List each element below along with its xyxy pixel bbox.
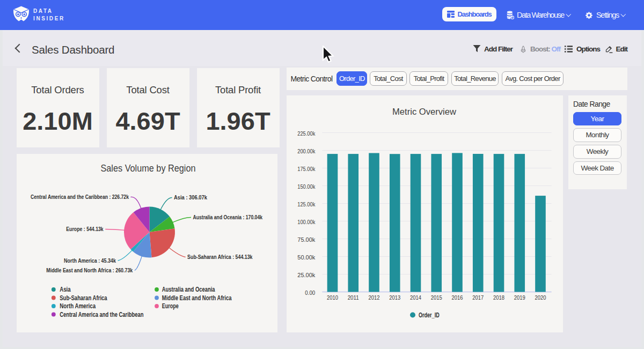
svg-text:2019: 2019 bbox=[514, 294, 525, 300]
svg-text:2020: 2020 bbox=[535, 294, 546, 300]
svg-text:100.00k: 100.00k bbox=[297, 219, 316, 225]
svg-text:2010: 2010 bbox=[327, 294, 338, 300]
svg-text:Asia : 306.07k: Asia : 306.07k bbox=[174, 194, 208, 201]
svg-text:2018: 2018 bbox=[493, 294, 504, 300]
svg-text:2017: 2017 bbox=[472, 294, 484, 300]
svg-text:Central America and the Caribb: Central America and the Caribbean bbox=[60, 310, 143, 318]
svg-text:Order_ID: Order_ID bbox=[419, 311, 440, 318]
svg-text:0.00: 0.00 bbox=[305, 290, 315, 296]
svg-text:2013: 2013 bbox=[389, 294, 400, 300]
svg-text:Metric Overview: Metric Overview bbox=[392, 106, 456, 116]
svg-text:50.00k: 50.00k bbox=[297, 255, 316, 261]
svg-text:Middle East and North Africa :: Middle East and North Africa : 260.73k bbox=[46, 267, 133, 273]
svg-text:Asia: Asia bbox=[60, 286, 71, 293]
svg-text:2015: 2015 bbox=[431, 294, 442, 300]
svg-text:Europe: Europe bbox=[162, 302, 178, 310]
svg-text:Europe : 544.13k: Europe : 544.13k bbox=[66, 226, 104, 232]
svg-text:125.00k: 125.00k bbox=[297, 202, 316, 207]
svg-text:Sub-Saharan Africa : 544.13k: Sub-Saharan Africa : 544.13k bbox=[187, 254, 253, 260]
svg-text:200.00k: 200.00k bbox=[297, 148, 316, 154]
svg-text:225.00k: 225.00k bbox=[297, 131, 316, 137]
svg-text:75.00k: 75.00k bbox=[297, 237, 316, 243]
svg-text:Middle East and North Africa: Middle East and North Africa bbox=[162, 294, 231, 301]
svg-text:North America: North America bbox=[60, 302, 96, 310]
svg-text:2012: 2012 bbox=[369, 294, 380, 300]
svg-text:Australia and Oceania : 170.04: Australia and Oceania : 170.04k bbox=[193, 214, 262, 220]
svg-text:175.00k: 175.00k bbox=[297, 166, 316, 172]
svg-text:Central America and the Caribb: Central America and the Caribbean : 226.… bbox=[31, 194, 129, 200]
svg-text:Sub-Saharan Africa: Sub-Saharan Africa bbox=[60, 294, 107, 301]
svg-text:North America : 45.34k: North America : 45.34k bbox=[64, 257, 116, 263]
svg-text:150.00k: 150.00k bbox=[297, 184, 316, 190]
svg-text:25.00k: 25.00k bbox=[297, 272, 316, 278]
svg-text:2014: 2014 bbox=[410, 294, 421, 300]
svg-text:Sales Volume by Region: Sales Volume by Region bbox=[100, 163, 195, 174]
svg-text:Australia and Oceania: Australia and Oceania bbox=[162, 286, 215, 293]
svg-text:2016: 2016 bbox=[452, 294, 463, 300]
svg-text:2011: 2011 bbox=[348, 294, 359, 300]
